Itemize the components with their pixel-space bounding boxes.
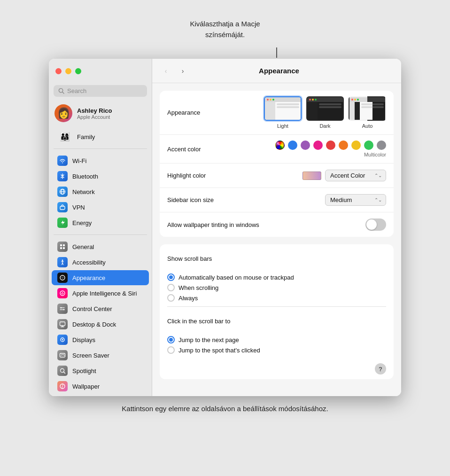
appearance-label-dark: Dark bbox=[319, 123, 330, 129]
sidebar-label-network: Network bbox=[72, 188, 95, 195]
sidebar-item-energy[interactable]: Energy bbox=[52, 215, 149, 230]
accent-red[interactable] bbox=[326, 140, 335, 150]
highlight-color-label: Highlight color bbox=[167, 172, 242, 179]
accent-yellow[interactable] bbox=[351, 140, 361, 150]
titlebar bbox=[49, 59, 152, 83]
main-content: ‹ › Appearance Appearance bbox=[152, 59, 401, 396]
accessibility-icon bbox=[57, 257, 68, 267]
click-scroll-radio-group: Jump to the next page Jump to the spot t… bbox=[160, 331, 394, 359]
sidebar-item-displays[interactable]: Displays bbox=[52, 332, 149, 347]
user-subtitle: Apple Account bbox=[77, 114, 112, 120]
chevron-updown-icon: ⌃⌄ bbox=[374, 173, 382, 178]
sidebar-item-wallpaper[interactable]: Wallpaper bbox=[52, 379, 149, 394]
sidebar-section-network: Wi-Fi Bluetooth bbox=[49, 151, 152, 233]
click-next-page-label: Jump to the next page bbox=[178, 336, 239, 343]
highlight-swatch-rect bbox=[303, 172, 321, 180]
sidebar-label-energy: Energy bbox=[72, 219, 92, 226]
forward-button[interactable]: › bbox=[177, 65, 189, 77]
click-scroll-row: Click in the scroll bar to bbox=[160, 307, 394, 331]
back-button[interactable]: ‹ bbox=[160, 65, 172, 77]
accent-blue[interactable] bbox=[288, 140, 297, 150]
sidebar-item-accessibility[interactable]: Accessibility bbox=[52, 255, 149, 270]
accent-color-row-dots bbox=[275, 140, 386, 150]
sidebar-label-family: Family bbox=[77, 133, 95, 140]
accent-pink[interactable] bbox=[313, 140, 323, 150]
scroll-auto-option[interactable]: Automatically based on mouse or trackpad bbox=[167, 273, 386, 281]
sidebar-item-family[interactable]: 👨‍👩‍👧 Family bbox=[52, 129, 149, 144]
maximize-button[interactable] bbox=[75, 68, 81, 74]
sidebar-item-general[interactable]: General bbox=[52, 239, 149, 254]
sidebar-label-wallpaper: Wallpaper bbox=[72, 383, 100, 390]
minimize-button[interactable] bbox=[65, 68, 71, 74]
svg-line-1 bbox=[62, 92, 64, 94]
accent-gray[interactable] bbox=[377, 140, 386, 150]
scroll-auto-radio[interactable] bbox=[167, 273, 175, 281]
sidebar-item-siri[interactable]: Apple Intelligence & Siri bbox=[52, 286, 149, 301]
highlight-color-dropdown[interactable]: Accent Color ⌃⌄ bbox=[325, 170, 386, 181]
sidebar-item-spotlight[interactable]: Spotlight bbox=[52, 363, 149, 378]
scroll-when-scrolling-radio[interactable] bbox=[167, 284, 175, 291]
sidebar-item-bluetooth[interactable]: Bluetooth bbox=[52, 169, 149, 184]
siri-icon bbox=[57, 288, 68, 298]
sidebar-item-desktop[interactable]: Desktop & Dock bbox=[52, 317, 149, 332]
annotation-top: Kiválaszthatja a Macje színsémáját. bbox=[190, 19, 260, 40]
sidebar-label-appearance: Appearance bbox=[72, 274, 105, 281]
help-button[interactable]: ? bbox=[375, 363, 386, 375]
sidebar-label-spotlight: Spotlight bbox=[72, 367, 96, 375]
search-input[interactable] bbox=[67, 87, 142, 94]
search-bar[interactable] bbox=[54, 85, 147, 97]
sidebar-label-bluetooth: Bluetooth bbox=[72, 173, 98, 180]
appearance-label-light: Light bbox=[277, 123, 288, 129]
svg-line-25 bbox=[64, 372, 65, 374]
user-section[interactable]: 👩 Ashley Rico Apple Account bbox=[49, 101, 152, 127]
click-scroll-label: Click in the scroll bar to bbox=[167, 318, 242, 325]
sidebar-item-vpn[interactable]: VPN bbox=[52, 200, 149, 215]
user-info: Ashley Rico Apple Account bbox=[77, 107, 112, 120]
avatar: 👩 bbox=[54, 104, 72, 122]
click-spot-option[interactable]: Jump to the spot that's clicked bbox=[167, 346, 386, 354]
user-name: Ashley Rico bbox=[77, 107, 112, 114]
sidebar-item-wifi[interactable]: Wi-Fi bbox=[52, 153, 149, 168]
settings-body: Appearance bbox=[152, 83, 401, 396]
wallpaper-tinting-toggle[interactable] bbox=[365, 218, 386, 231]
scroll-when-scrolling-label: When scrolling bbox=[178, 284, 218, 291]
accent-multicolor[interactable] bbox=[275, 140, 285, 150]
click-spot-radio[interactable] bbox=[167, 346, 175, 354]
help-row: ? bbox=[160, 359, 394, 379]
svg-point-22 bbox=[62, 339, 63, 341]
wifi-icon bbox=[57, 156, 68, 166]
scroll-when-scrolling-option[interactable]: When scrolling bbox=[167, 284, 386, 291]
appearance-option-light[interactable]: Light bbox=[264, 96, 302, 129]
sidebar-item-appearance[interactable]: Appearance bbox=[52, 270, 149, 285]
accent-orange[interactable] bbox=[339, 140, 348, 150]
accent-color-row: Accent color bbox=[160, 135, 394, 164]
click-next-page-radio[interactable] bbox=[167, 336, 175, 343]
accent-color-label: Accent color bbox=[167, 146, 242, 153]
click-next-page-option[interactable]: Jump to the next page bbox=[167, 336, 386, 343]
accent-purple[interactable] bbox=[301, 140, 310, 150]
control-icon bbox=[57, 304, 68, 314]
svg-rect-7 bbox=[63, 244, 65, 246]
show-scroll-bars-label: Show scroll bars bbox=[167, 255, 242, 262]
screensaver-icon bbox=[57, 350, 68, 360]
sidebar-item-screensaver[interactable]: Screen Saver bbox=[52, 348, 149, 363]
svg-point-13 bbox=[62, 292, 63, 293]
scroll-always-option[interactable]: Always bbox=[167, 294, 386, 302]
svg-point-11 bbox=[60, 275, 65, 280]
scroll-bars-card: Show scroll bars Automatically based on … bbox=[160, 244, 394, 379]
sidebar-label-siri: Apple Intelligence & Siri bbox=[72, 290, 137, 297]
scroll-always-radio[interactable] bbox=[167, 294, 175, 302]
sidebar-size-dropdown[interactable]: Medium ⌃⌄ bbox=[325, 194, 386, 206]
appearance-option-dark[interactable]: Dark bbox=[306, 96, 344, 129]
wallpaper-tinting-row: Allow wallpaper tinting in windows bbox=[160, 212, 394, 237]
accent-green[interactable] bbox=[364, 140, 373, 150]
appearance-option-auto[interactable]: Auto bbox=[349, 96, 386, 129]
sidebar-size-row: Sidebar icon size Medium ⌃⌄ bbox=[160, 188, 394, 212]
click-spot-label: Jump to the spot that's clicked bbox=[178, 347, 260, 354]
sidebar-item-control[interactable]: Control Center bbox=[52, 301, 149, 316]
sidebar-label-displays: Displays bbox=[72, 336, 95, 343]
close-button[interactable] bbox=[55, 68, 62, 74]
content-title: Appearance bbox=[194, 67, 365, 75]
svg-point-12 bbox=[60, 291, 65, 296]
sidebar-item-network[interactable]: Network bbox=[52, 184, 149, 199]
